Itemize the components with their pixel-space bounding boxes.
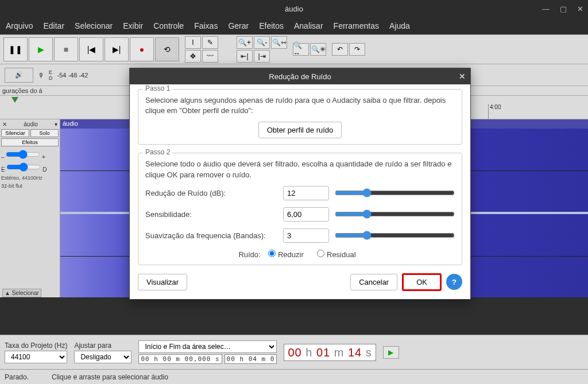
gain-slider[interactable]: [6, 150, 40, 159]
dialog-titlebar[interactable]: Redução de Ruído ✕: [130, 68, 470, 84]
multi-tool[interactable]: 〰: [202, 50, 218, 63]
zoom-out-icon[interactable]: 🔍-: [254, 36, 270, 49]
selection-tool[interactable]: I: [185, 36, 201, 49]
selection-mode-select[interactable]: Início e Fim da área selec…: [138, 340, 277, 353]
selection-start-time[interactable]: 00 h 00 m 00,000 s: [138, 354, 222, 364]
help-button[interactable]: ?: [446, 274, 462, 290]
maximize-icon[interactable]: ▢: [560, 5, 567, 13]
smoothing-input[interactable]: [283, 228, 329, 243]
menu-editar[interactable]: Editar: [43, 21, 64, 30]
menu-arquivo[interactable]: Arquivo: [6, 21, 33, 30]
track-close-icon[interactable]: ✕: [2, 121, 7, 127]
noise-reduction-dialog: Redução de Ruído ✕ Passo 1 Selecione alg…: [129, 68, 471, 300]
menu-ferramentas[interactable]: Ferramentas: [334, 21, 379, 30]
smoothing-slider[interactable]: [335, 231, 455, 240]
menu-ajuda[interactable]: Ajuda: [389, 21, 410, 30]
footer-play-button[interactable]: ▶: [383, 346, 399, 359]
track-control-panel: ✕ áudio ▾ Silenciar Solo Efeitos – + E D…: [0, 119, 60, 297]
redo-icon[interactable]: ↷: [349, 43, 365, 56]
solo-button[interactable]: Solo: [30, 129, 59, 137]
step2-group: Passo 2 Selecione todo o áudio que dever…: [138, 153, 462, 265]
zoom-in-icon[interactable]: 🔍+: [237, 36, 253, 49]
trim-icon[interactable]: ⇤|: [237, 50, 253, 63]
menu-controle[interactable]: Controle: [153, 21, 184, 30]
step2-text: Selecione todo o áudio que deverá ser fi…: [145, 159, 455, 180]
zoom-fit-icon[interactable]: 🔍↔: [293, 43, 309, 56]
track-select-indicator[interactable]: ▲ Selecionar: [2, 289, 41, 297]
close-icon[interactable]: ✕: [577, 5, 583, 13]
rec-channel-label: E D: [49, 69, 53, 81]
skip-start-button[interactable]: |◀: [79, 37, 103, 61]
menubar: Arquivo Editar Selecionar Exibir Control…: [0, 17, 588, 34]
reduce-radio[interactable]: [268, 250, 276, 257]
sensitivity-label: Sensibilidade:: [145, 210, 277, 219]
window-titlebar: áudio — ▢ ✕: [0, 0, 588, 17]
skip-end-button[interactable]: ▶|: [105, 37, 129, 61]
selection-end-time[interactable]: 00 h 04 m 0: [225, 354, 277, 364]
step1-group: Passo 1 Selecione alguns segundos apenas…: [138, 89, 462, 145]
preview-button[interactable]: Visualizar: [138, 274, 187, 290]
project-rate-label: Taxa do Projeto (Hz): [5, 342, 67, 350]
window-title: áudio: [285, 5, 303, 13]
menu-faixas[interactable]: Faixas: [194, 21, 218, 30]
cancel-button[interactable]: Cancelar: [350, 274, 397, 290]
audio-position[interactable]: 00 h 01 m 14 s: [284, 344, 376, 361]
mic-icon[interactable]: 🎙: [38, 72, 44, 79]
playhead-icon[interactable]: [11, 97, 18, 103]
effects-button[interactable]: Efeitos: [1, 138, 59, 146]
selection-toolbar: Taxa do Projeto (Hz) 44100 Ajustar para …: [0, 335, 588, 369]
pause-button[interactable]: ❚❚: [3, 37, 28, 61]
track-format-2: 32-bit flut: [1, 183, 59, 189]
track-format-1: Estéreo, 44100Hz: [1, 175, 59, 181]
menu-gerar[interactable]: Gerar: [228, 21, 249, 30]
stop-button[interactable]: ■: [54, 37, 78, 61]
reduction-slider[interactable]: [335, 188, 455, 197]
draw-tool[interactable]: ✥: [185, 50, 201, 63]
play-button[interactable]: ▶: [29, 37, 53, 61]
get-noise-profile-button[interactable]: Obter perfil de ruído: [258, 122, 342, 138]
minimize-icon[interactable]: —: [542, 5, 550, 13]
silence-icon[interactable]: |⇥: [254, 50, 270, 63]
step2-legend: Passo 2: [143, 148, 172, 156]
snap-select[interactable]: Desligado: [74, 351, 131, 363]
envelope-tool[interactable]: ✎: [202, 36, 218, 49]
status-left: Parado.: [5, 373, 29, 381]
status-hint: Clique e arraste para selecionar áudio: [52, 373, 168, 381]
noise-mode-row: Ruído: Reduzir Residual: [145, 250, 455, 259]
pan-slider[interactable]: [6, 162, 41, 172]
project-rate-select[interactable]: 44100: [5, 351, 67, 363]
db-scale: -54 -48 -42: [57, 72, 88, 79]
status-bar: Parado. Clique e arraste para selecionar…: [0, 369, 588, 384]
tick-400: 4:00: [488, 104, 501, 119]
menu-efeitos[interactable]: Efeitos: [259, 21, 284, 30]
menu-exibir[interactable]: Exibir: [123, 21, 143, 30]
loop-button[interactable]: ⟲: [155, 37, 179, 61]
step1-text: Selecione alguns segundos apenas de ruíd…: [145, 95, 455, 116]
step1-legend: Passo 1: [143, 84, 172, 92]
track-name-label[interactable]: áudio: [24, 121, 37, 127]
snap-label: Ajustar para: [74, 342, 131, 350]
noise-mode-label: Ruído:: [238, 250, 260, 259]
track-dropdown-icon[interactable]: ▾: [55, 121, 57, 127]
reduction-label: Redução de Ruído (dB):: [145, 189, 277, 197]
zoom-toggle-icon[interactable]: 🔍✳: [310, 43, 326, 56]
zoom-sel-icon[interactable]: 🔍⇿: [271, 36, 287, 49]
sensitivity-slider[interactable]: [335, 210, 455, 219]
speaker-icon: 🔊: [15, 71, 23, 79]
record-button[interactable]: ●: [130, 37, 154, 61]
mute-button[interactable]: Silenciar: [1, 129, 29, 137]
ok-button[interactable]: OK: [402, 273, 442, 291]
playback-device-button[interactable]: 🔊: [5, 68, 33, 83]
reduction-input[interactable]: [283, 186, 329, 200]
undo-icon[interactable]: ↶: [332, 43, 348, 56]
residual-radio[interactable]: [317, 250, 324, 257]
transport-toolbar: ❚❚ ▶ ■ |◀ ▶| ● ⟲ I ✎ 🔍+ 🔍- 🔍⇿ ✥ 〰 ⇤| |⇥ …: [0, 34, 588, 64]
menu-selecionar[interactable]: Selecionar: [75, 21, 113, 30]
smoothing-label: Suavização da frequencia (Bandas):: [145, 231, 277, 240]
dialog-title: Redução de Ruído: [269, 72, 331, 81]
sensitivity-input[interactable]: [283, 207, 329, 222]
dialog-close-icon[interactable]: ✕: [459, 72, 466, 81]
menu-analisar[interactable]: Analisar: [294, 21, 323, 30]
